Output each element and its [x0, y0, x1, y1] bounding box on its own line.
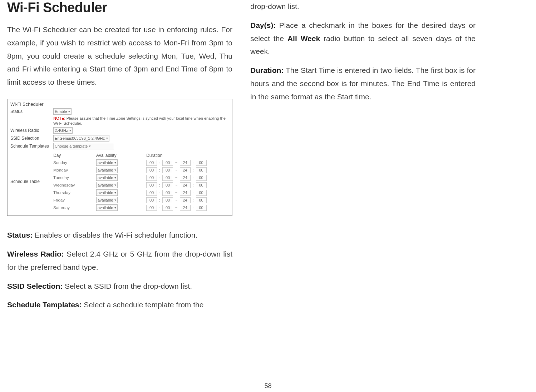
start-hour[interactable]: 00	[146, 167, 157, 173]
start-hour[interactable]: 00	[146, 205, 157, 211]
note-text: Please assure that the Time Zone Setting…	[53, 116, 226, 125]
day-cell: Wednesday	[53, 183, 96, 187]
templates-text: Select a schedule template from the	[82, 301, 204, 309]
end-min[interactable]: 00	[196, 197, 207, 203]
end-hour[interactable]: 24	[180, 197, 191, 203]
end-hour[interactable]: 24	[180, 182, 191, 188]
availability-select[interactable]: available▾	[96, 182, 118, 188]
availability-value: available	[98, 160, 113, 165]
templates-description: Schedule Templates: Select a schedule te…	[7, 298, 232, 312]
availability-value: available	[98, 198, 113, 202]
status-select[interactable]: Enable ▾	[53, 108, 72, 115]
end-min[interactable]: 00	[196, 160, 207, 166]
status-text: Enables or disables the Wi-Fi scheduler …	[33, 231, 197, 239]
day-cell: Saturday	[53, 205, 96, 210]
start-min[interactable]: 00	[162, 205, 173, 211]
page-number: 58	[264, 382, 271, 390]
tilde: ~	[175, 168, 177, 172]
start-hour[interactable]: 00	[146, 197, 157, 203]
availability-select[interactable]: available▾	[96, 159, 118, 166]
tilde: ~	[175, 175, 177, 180]
start-hour[interactable]: 00	[146, 160, 157, 166]
colon: :	[159, 190, 160, 195]
end-min[interactable]: 00	[196, 190, 207, 196]
colon: :	[193, 168, 194, 172]
colon: :	[159, 168, 160, 172]
ssid-term: SSID Selection:	[7, 282, 63, 290]
templates-continued: drop-down list.	[250, 0, 476, 13]
wireless-radio-select[interactable]: 2.4GHz ▾	[53, 127, 73, 134]
wireless-radio-value: 2.4GHz	[55, 128, 68, 133]
table-row: Sunday available▾ 00: 00~ 24: 00	[53, 159, 229, 166]
start-min[interactable]: 00	[162, 160, 173, 166]
end-min[interactable]: 00	[196, 175, 207, 181]
figure-title: Wi-Fi Scheduler	[10, 101, 229, 107]
start-hour[interactable]: 00	[146, 190, 157, 196]
day-cell: Monday	[53, 168, 96, 172]
start-min[interactable]: 00	[162, 190, 173, 196]
colon: :	[159, 198, 160, 202]
chevron-down-icon: ▾	[114, 183, 116, 187]
ssid-value: EnGenius063C96_1-2.4GHz	[55, 136, 105, 140]
start-hour[interactable]: 00	[146, 175, 157, 181]
tilde: ~	[175, 190, 177, 195]
page-title: Wi-Fi Scheduler	[7, 0, 232, 15]
colon: :	[193, 183, 194, 187]
ssid-text: Select a SSID from the drop-down list.	[63, 282, 192, 290]
end-min[interactable]: 00	[196, 167, 207, 173]
ssid-description: SSID Selection: Select a SSID from the d…	[7, 280, 232, 293]
col-duration: Duration	[146, 153, 229, 158]
table-row: Monday available▾ 00: 00~ 24: 00	[53, 167, 229, 173]
status-description: Status: Enables or disables the Wi-Fi sc…	[7, 229, 232, 242]
schedule-table-label: Schedule Table	[10, 179, 53, 184]
chevron-down-icon: ▾	[114, 168, 116, 172]
wifi-scheduler-figure: Wi-Fi Scheduler Status Enable ▾ NOTE: Pl…	[7, 99, 232, 216]
duration-description: Duration: The Start Time is entered in t…	[250, 64, 476, 103]
start-min[interactable]: 00	[162, 167, 173, 173]
table-row: Friday available▾ 00: 00~ 24: 00	[53, 197, 229, 203]
col-availability: Availability	[96, 153, 146, 158]
schedule-templates-label: Schedule Templates	[10, 143, 53, 149]
chevron-down-icon: ▾	[114, 198, 116, 202]
colon: :	[159, 175, 160, 180]
table-row: Saturday available▾ 00: 00~ 24: 00	[53, 204, 229, 211]
chevron-down-icon: ▾	[68, 110, 70, 113]
wireless-radio-label: Wireless Radio	[10, 127, 53, 133]
start-min[interactable]: 00	[162, 197, 173, 203]
colon: :	[159, 205, 160, 210]
chevron-down-icon: ▾	[69, 129, 71, 132]
availability-select[interactable]: available▾	[96, 197, 118, 203]
chevron-down-icon: ▾	[114, 206, 116, 209]
end-hour[interactable]: 24	[180, 190, 191, 196]
availability-value: available	[98, 175, 113, 180]
duration-term: Duration:	[250, 66, 284, 74]
left-column: Wi-Fi Scheduler The Wi-Fi Scheduler can …	[7, 0, 232, 317]
end-hour[interactable]: 24	[180, 175, 191, 181]
ssid-select[interactable]: EnGenius063C96_1-2.4GHz ▾	[53, 135, 109, 142]
note-label: NOTE:	[53, 116, 65, 120]
duration-text: The Start Time is entered in two fields.…	[250, 66, 476, 101]
colon: :	[193, 160, 194, 165]
end-min[interactable]: 00	[196, 182, 207, 188]
availability-select[interactable]: available▾	[96, 167, 118, 173]
end-min[interactable]: 00	[196, 205, 207, 211]
day-cell: Thursday	[53, 190, 96, 195]
end-hour[interactable]: 24	[180, 167, 191, 173]
availability-select[interactable]: available▾	[96, 204, 118, 211]
availability-select[interactable]: available▾	[96, 174, 118, 181]
availability-select[interactable]: available▾	[96, 189, 118, 196]
colon: :	[193, 205, 194, 210]
templates-term: Schedule Templates:	[7, 301, 82, 309]
status-select-value: Enable	[55, 109, 67, 114]
wireless-radio-term: Wireless Radio:	[7, 250, 64, 258]
start-hour[interactable]: 00	[146, 182, 157, 188]
all-week-term: All Week	[287, 34, 320, 43]
availability-value: available	[98, 183, 113, 187]
end-hour[interactable]: 24	[180, 160, 191, 166]
template-select[interactable]: Choose a template ▾	[53, 143, 114, 149]
day-cell: Tuesday	[53, 175, 96, 180]
end-hour[interactable]: 24	[180, 205, 191, 211]
start-min[interactable]: 00	[162, 182, 173, 188]
day-cell: Sunday	[53, 160, 96, 165]
start-min[interactable]: 00	[162, 175, 173, 181]
